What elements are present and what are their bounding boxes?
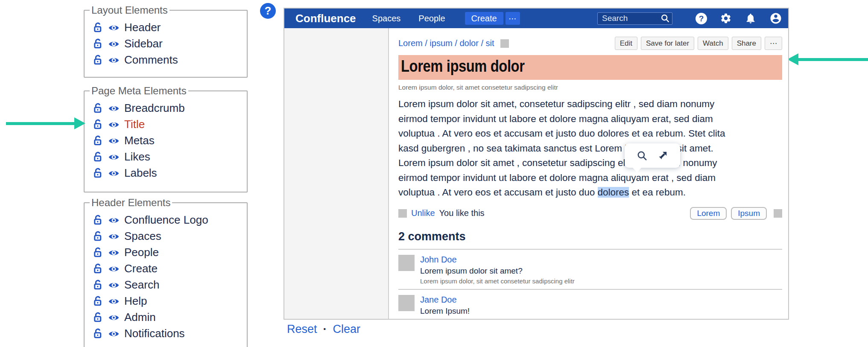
unlock-icon[interactable] xyxy=(92,22,103,33)
comment-author[interactable]: John Doe xyxy=(420,255,575,265)
search-icon[interactable] xyxy=(660,14,670,23)
toggle-row-confluence-logo: Confluence Logo xyxy=(92,213,247,227)
toggle-row-comments: Comments xyxy=(92,53,247,67)
comment-body: Jane Doe Lorem Ipsum! Lorem ipsum dolor,… xyxy=(420,295,575,320)
eye-icon[interactable] xyxy=(108,247,120,258)
nav-spaces[interactable]: Spaces xyxy=(372,14,401,23)
save-for-later-button[interactable]: Save for later xyxy=(641,37,694,50)
comment-item: Jane Doe Lorem Ipsum! Lorem ipsum dolor,… xyxy=(398,290,782,320)
unlock-icon[interactable] xyxy=(92,135,103,146)
like-status-text: You like this xyxy=(439,208,485,218)
confluence-logo[interactable]: Confluence xyxy=(295,12,356,25)
unlock-icon[interactable] xyxy=(92,230,103,242)
eye-icon[interactable] xyxy=(108,295,120,307)
comment-author[interactable]: Jane Doe xyxy=(420,295,575,305)
watch-button[interactable]: Watch xyxy=(698,37,728,50)
pointer-arrow-page-title xyxy=(786,52,868,67)
comment-item: John Doe Lorem ipsum dolor sit amet? Lor… xyxy=(398,250,782,290)
unlock-icon[interactable] xyxy=(92,38,103,50)
unlock-icon[interactable] xyxy=(92,247,103,258)
comment-text: Lorem ipsum dolor sit amet? xyxy=(420,266,575,276)
label-lorem[interactable]: Lorem xyxy=(690,207,727,220)
eye-icon[interactable] xyxy=(108,119,120,130)
eye-icon[interactable] xyxy=(108,54,120,66)
group-layout-elements: Layout Elements Header Sidebar Comments xyxy=(84,4,248,78)
label-ipsum[interactable]: Ipsum xyxy=(731,207,767,220)
panel-help-button[interactable]: ? xyxy=(260,3,276,19)
space-sidebar xyxy=(284,28,389,319)
unlock-icon[interactable] xyxy=(92,328,103,339)
toggle-label: Spaces xyxy=(124,230,161,243)
unlock-icon[interactable] xyxy=(92,295,103,307)
eye-icon[interactable] xyxy=(108,263,120,274)
clear-link[interactable]: Clear xyxy=(333,323,361,336)
unlock-icon[interactable] xyxy=(92,312,103,323)
toggle-row-notifications: Notifications xyxy=(92,327,247,340)
comment-meta: Lorem ipsum dolor, sit amet consetetur s… xyxy=(420,318,575,320)
page-body: Lorem ipsum dolor sit amet, consetetur s… xyxy=(398,97,782,200)
reset-link[interactable]: Reset xyxy=(287,323,317,336)
toggle-row-breadcrumb: Breadcrumb xyxy=(92,102,247,115)
body-line: Lorem ipsum dolor sit amet, consetetur s… xyxy=(398,97,782,112)
eye-icon[interactable] xyxy=(108,102,120,114)
search-selection-icon[interactable] xyxy=(637,150,648,161)
unlock-icon[interactable] xyxy=(92,151,103,163)
eye-icon[interactable] xyxy=(108,214,120,226)
share-button[interactable]: Share xyxy=(732,37,761,50)
eye-icon[interactable] xyxy=(108,151,120,163)
unlock-icon[interactable] xyxy=(92,279,103,291)
toggle-row-people: People xyxy=(92,246,247,259)
group-legend: Page Meta Elements xyxy=(90,85,188,97)
eye-icon[interactable] xyxy=(108,328,120,339)
page-actions: Edit Save for later Watch Share ⋯ xyxy=(615,37,782,50)
labels-placeholder-square xyxy=(774,209,782,218)
toggle-label: Labels xyxy=(124,166,157,180)
create-button[interactable]: Create xyxy=(465,12,503,25)
toggle-row-header: Header xyxy=(92,21,247,34)
unlock-icon[interactable] xyxy=(92,167,103,179)
toggle-label: Comments xyxy=(124,53,178,67)
body-line-with-selection: voluptua . At vero eos et accusam et jus… xyxy=(398,185,782,200)
unlike-link[interactable]: Unlike xyxy=(411,208,435,218)
header-more-button[interactable]: ⋯ xyxy=(506,12,520,25)
body-line: eirmod tempor invidunt ut labore et dolo… xyxy=(398,112,782,127)
body-line: kasd gubergren , no sea takimata sanctus… xyxy=(398,141,782,156)
help-icon[interactable]: ? xyxy=(696,13,707,24)
unlock-icon[interactable] xyxy=(92,54,103,66)
group-legend: Header Elements xyxy=(90,197,172,209)
breadcrumb[interactable]: Lorem / ipsum / dolor / sit xyxy=(398,38,494,48)
eye-icon[interactable] xyxy=(108,167,120,179)
comments-heading: 2 comments xyxy=(398,230,782,243)
eye-icon[interactable] xyxy=(108,230,120,242)
toggle-row-help: Help xyxy=(92,295,247,308)
nav-people[interactable]: People xyxy=(418,14,445,23)
toggle-label: Breadcrumb xyxy=(124,102,185,115)
body-line: eirmod tempor invidunt ut labore et dolo… xyxy=(398,171,782,186)
page-content: Lorem / ipsum / dolor / sit Edit Save fo… xyxy=(389,28,788,319)
eye-icon[interactable] xyxy=(108,135,120,146)
eye-icon[interactable] xyxy=(108,279,120,291)
unlock-icon[interactable] xyxy=(92,214,103,226)
app-canvas: Layout Elements Header Sidebar Comments … xyxy=(0,0,868,347)
unlock-icon[interactable] xyxy=(92,263,103,274)
toggle-row-title: Title xyxy=(92,118,247,131)
notifications-bell-icon[interactable] xyxy=(745,12,757,24)
body-line: voluptua . At vero eos et accusam et jus… xyxy=(398,126,782,141)
comment-body: John Doe Lorem ipsum dolor sit amet? Lor… xyxy=(420,255,575,285)
eye-icon[interactable] xyxy=(108,22,120,33)
panel-footer: Reset · Clear xyxy=(287,323,360,336)
group-header-elements: Header Elements Confluence Logo Spaces P… xyxy=(84,197,248,347)
unlock-icon[interactable] xyxy=(92,102,103,114)
settings-gear-icon[interactable] xyxy=(720,12,732,24)
avatar xyxy=(398,255,415,271)
edit-button[interactable]: Edit xyxy=(615,37,637,50)
footer-separator: · xyxy=(323,323,327,336)
toggle-label: Notifications xyxy=(124,327,185,340)
eye-icon[interactable] xyxy=(108,312,120,323)
unlock-icon[interactable] xyxy=(92,119,103,130)
group-page-meta-elements: Page Meta Elements Breadcrumb Title Meta… xyxy=(84,85,248,192)
profile-icon[interactable] xyxy=(769,12,782,25)
eye-icon[interactable] xyxy=(108,38,120,50)
page-more-button[interactable]: ⋯ xyxy=(765,37,782,50)
jira-icon[interactable] xyxy=(657,150,668,161)
